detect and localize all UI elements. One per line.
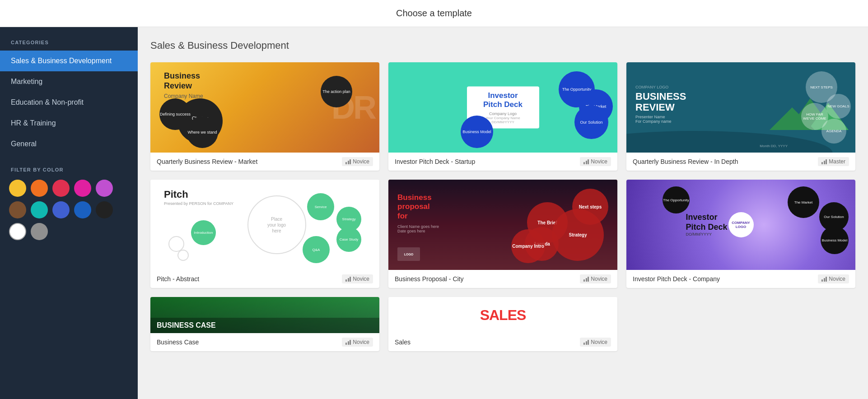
color-yellow[interactable] [9,180,26,197]
template-level-pitch-abstract: Novice [342,274,373,283]
template-card-sales[interactable]: SALES Sales Novice [388,297,617,351]
color-row-1 [9,180,129,197]
template-card-pitch-abstract[interactable]: Pitch Presented by PERSON for COMPANY Pl… [150,180,379,288]
thumbnail-investor-company: InvestorPitch Deck DO/MM/YYYY COMPANY LO… [626,180,855,270]
template-name-qbr-depth: Quarterly Business Review - In Depth [633,158,738,166]
section-title: Sales & Business Development [150,40,855,51]
template-name-qbr-market: Quarterly Business Review - Market [157,158,257,166]
template-card-biz-proposal[interactable]: Businessproposalfor Client Name goes her… [388,180,617,288]
color-row-2 [9,201,129,218]
thumbnail-qbr-market: DR BusinessReview Company Name Closingth… [150,62,379,153]
template-level-qbr-market: Novice [342,157,373,166]
level-icon-7 [345,339,351,345]
template-card-biz-case[interactable]: BUSINESS CASE Business Case Novice [150,297,379,351]
template-info-investor-company: Investor Pitch Deck - Company Novice [626,270,855,288]
template-level-investor-company: Novice [818,274,849,283]
template-info-qbr-depth: Quarterly Business Review - In Depth Mas… [626,153,855,171]
color-teal[interactable] [31,201,48,218]
template-name-biz-case: Business Case [157,338,199,347]
template-level-biz-proposal: Novice [580,274,611,283]
color-purple[interactable] [96,180,113,197]
template-name-biz-proposal: Business Proposal - City [395,275,464,283]
color-white[interactable] [9,223,26,240]
color-pink[interactable] [74,180,91,197]
filter-label: FILTER BY COLOR [0,154,138,180]
sidebar-item-marketing[interactable]: Marketing [0,71,138,92]
color-red[interactable] [52,180,70,197]
categories-label: CATEGORIES [0,27,138,51]
template-info-qbr-market: Quarterly Business Review - Market Novic… [150,153,379,171]
template-card-investor-startup[interactable]: InvestorPitch Deck Company Logo Your Com… [388,62,617,171]
level-icon-8 [583,339,589,345]
template-info-biz-case: Business Case Novice [150,333,379,351]
template-card-qbr-market[interactable]: DR BusinessReview Company Name Closingth… [150,62,379,171]
sidebar-item-general[interactable]: General [0,134,138,154]
main-layout: CATEGORIES Sales & Business Development … [0,27,868,399]
template-content: Sales & Business Development DR Business… [138,27,868,399]
page-header: Choose a template [0,0,868,27]
sidebar-item-education[interactable]: Education & Non-profit [0,92,138,113]
level-icon-2 [583,159,589,164]
color-black[interactable] [96,201,113,218]
sidebar: CATEGORIES Sales & Business Development … [0,27,138,399]
template-card-investor-company[interactable]: InvestorPitch Deck DO/MM/YYYY COMPANY LO… [626,180,855,288]
template-level-biz-case: Novice [342,338,373,347]
header-title: Choose a template [396,8,472,18]
color-orange[interactable] [31,180,48,197]
template-card-qbr-depth[interactable]: COMPANY LOGO BUSINESSREVIEW Presenter Na… [626,62,855,171]
template-info-sales: Sales Novice [388,333,617,351]
level-icon-4 [345,276,351,282]
level-icon-3 [821,159,827,164]
level-icon [345,159,351,164]
template-name-investor-startup: Investor Pitch Deck - Startup [395,158,475,166]
template-name-pitch-abstract: Pitch - Abstract [157,275,199,283]
thumbnail-investor-startup: InvestorPitch Deck Company Logo Your Com… [388,62,617,153]
thumbnail-sales: SALES [388,297,617,333]
thumbnail-biz-case: BUSINESS CASE [150,297,379,333]
color-blue-light[interactable] [52,201,70,218]
color-filter [0,180,138,251]
template-level-qbr-depth: Master [818,157,849,166]
thumbnail-pitch-abstract: Pitch Presented by PERSON for COMPANY Pl… [150,180,379,270]
color-blue-dark[interactable] [74,201,91,218]
level-icon-5 [583,276,589,282]
template-name-sales: Sales [395,338,411,347]
thumbnail-qbr-depth: COMPANY LOGO BUSINESSREVIEW Presenter Na… [626,62,855,153]
color-brown[interactable] [9,201,26,218]
color-gray[interactable] [31,223,48,240]
template-info-investor-startup: Investor Pitch Deck - Startup Novice [388,153,617,171]
template-level-sales: Novice [580,338,611,347]
sidebar-item-hr[interactable]: HR & Training [0,113,138,134]
level-icon-6 [821,276,827,282]
template-name-investor-company: Investor Pitch Deck - Company [633,275,720,283]
sidebar-item-sales[interactable]: Sales & Business Development [0,51,138,71]
color-row-3 [9,223,129,240]
template-level-investor-startup: Novice [580,157,611,166]
template-grid: DR BusinessReview Company Name Closingth… [150,62,855,351]
template-info-biz-proposal: Business Proposal - City Novice [388,270,617,288]
template-info-pitch-abstract: Pitch - Abstract Novice [150,270,379,288]
thumbnail-biz-proposal: Businessproposalfor Client Name goes her… [388,180,617,270]
